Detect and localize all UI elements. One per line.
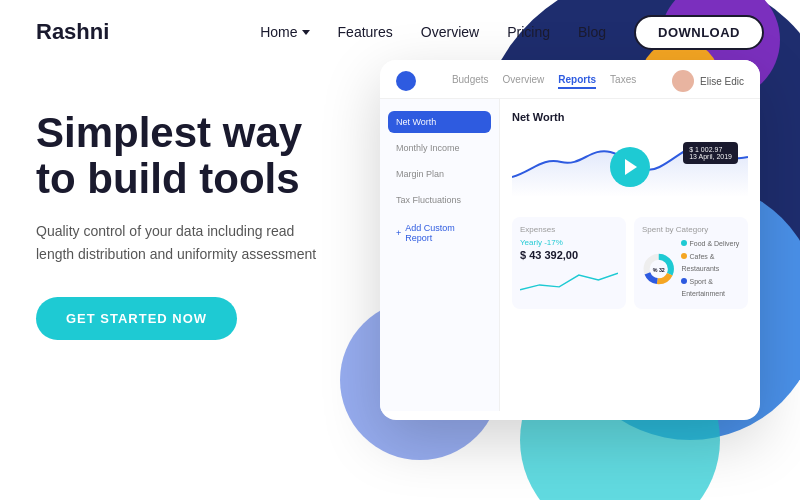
nav-item-pricing[interactable]: Pricing xyxy=(507,23,550,41)
nav-item-features[interactable]: Features xyxy=(338,23,393,41)
user-name: Elise Edic xyxy=(700,76,744,87)
dashboard-user: Elise Edic xyxy=(672,70,744,92)
chart-tooltip: $ 1 002.97 13 April, 2019 xyxy=(683,142,738,164)
expenses-value: $ 43 392,00 xyxy=(520,249,618,261)
dashboard-tabs: Budgets Overview Reports Taxes xyxy=(416,74,672,89)
sidebar-monthly-income[interactable]: Monthly Income xyxy=(388,137,491,159)
tooltip-value: $ 1 002.97 xyxy=(689,146,732,153)
get-started-button[interactable]: GET STARTED NOW xyxy=(36,297,237,340)
navigation: Rashni Home Features Overview Pricing Bl… xyxy=(0,0,800,64)
dashboard-card: Budgets Overview Reports Taxes Elise Edi… xyxy=(380,60,760,420)
spent-category-card: Spent by Category % 32 Food & Delivery xyxy=(634,217,748,309)
expenses-chart xyxy=(520,265,618,295)
sidebar-margin-plan[interactable]: Margin Plan xyxy=(388,163,491,185)
expenses-label: Expenses xyxy=(520,225,618,234)
nav-item-overview[interactable]: Overview xyxy=(421,23,479,41)
hero-section: Simplest way to build tools Quality cont… xyxy=(36,110,336,340)
main-section-title: Net Worth xyxy=(512,111,748,123)
svg-text:% 32: % 32 xyxy=(653,268,665,274)
expenses-period: Yearly -17% xyxy=(520,238,618,247)
dashboard-logo xyxy=(396,71,416,91)
add-custom-report[interactable]: + Add Custom Report xyxy=(388,219,491,247)
donut-chart: % 32 xyxy=(642,247,675,291)
play-icon xyxy=(625,159,637,175)
dashboard-mockup: Budgets Overview Reports Taxes Elise Edi… xyxy=(380,60,780,440)
nav-item-blog[interactable]: Blog xyxy=(578,23,606,41)
tab-overview[interactable]: Overview xyxy=(503,74,545,89)
hero-subtitle: Quality control of your data including r… xyxy=(36,220,336,265)
dashboard-body: Net Worth Monthly Income Margin Plan Tax… xyxy=(380,99,760,411)
donut-container: % 32 Food & Delivery Cafes & Restaurants… xyxy=(642,238,740,301)
play-button[interactable] xyxy=(610,147,650,187)
brand-logo: Rashni xyxy=(36,19,109,45)
spent-label: Spent by Category xyxy=(642,225,740,234)
dashboard-topbar: Budgets Overview Reports Taxes Elise Edi… xyxy=(380,60,760,99)
expenses-card: Expenses Yearly -17% $ 43 392,00 xyxy=(512,217,626,309)
bottom-stats: Expenses Yearly -17% $ 43 392,00 Spent b… xyxy=(512,217,748,309)
nav-item-home[interactable]: Home xyxy=(260,24,309,40)
sidebar-net-worth[interactable]: Net Worth xyxy=(388,111,491,133)
sidebar-tax-fluctuations[interactable]: Tax Fluctuations xyxy=(388,189,491,211)
tab-reports[interactable]: Reports xyxy=(558,74,596,89)
tab-budgets[interactable]: Budgets xyxy=(452,74,489,89)
nav-download-button[interactable]: DOWNLOAD xyxy=(634,15,764,50)
chevron-down-icon xyxy=(302,30,310,35)
avatar xyxy=(672,70,694,92)
hero-title: Simplest way to build tools xyxy=(36,110,336,202)
dashboard-sidebar: Net Worth Monthly Income Margin Plan Tax… xyxy=(380,99,500,411)
tooltip-date: 13 April, 2019 xyxy=(689,153,732,160)
donut-legend: Food & Delivery Cafes & Restaurants Spor… xyxy=(681,238,740,301)
tab-taxes[interactable]: Taxes xyxy=(610,74,636,89)
chart-area: $ 1 002.97 13 April, 2019 xyxy=(512,127,748,207)
dashboard-main: Net Worth xyxy=(500,99,760,411)
nav-home-label: Home xyxy=(260,24,297,40)
plus-icon: + xyxy=(396,228,401,238)
